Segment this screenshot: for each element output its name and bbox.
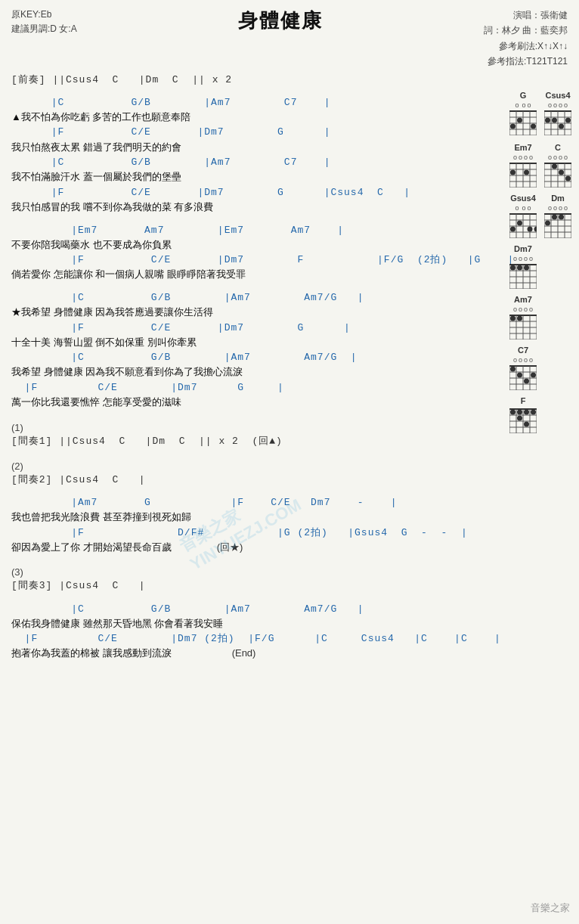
svg-point-114: [510, 367, 516, 372]
chord-row-1: G o o o: [509, 91, 571, 137]
svg-point-89: [510, 265, 516, 271]
prelude-line: [前奏] ||Csus4 C |Dm C || x 2: [11, 73, 447, 87]
chord-em7: Em7 o o o o: [509, 143, 537, 188]
svg-point-24: [552, 118, 557, 123]
svg-point-130: [517, 410, 522, 415]
svg-point-134: [524, 422, 529, 427]
chord-g: G o o o: [509, 91, 537, 137]
verse3-section: |Am7 G |F C/E Dm7 - | 我也曾把我光陰浪費 甚至莽撞到視死如…: [11, 496, 447, 554]
svg-point-49: [552, 164, 557, 169]
svg-point-129: [510, 410, 516, 415]
svg-point-65: [534, 227, 537, 232]
chord-row-6: C7 o o o o: [509, 346, 571, 390]
v4-chord1: |C G/B |Am7 Am7/G |: [11, 603, 447, 616]
page: 原KEY:Eb 建議男調:D 女:A 身體健康 演唱：張衛健 詞：林夕 曲：藍奕…: [0, 0, 579, 924]
v3-chord2: |F D/F# |G (2拍) |Gsus4 G - - |: [11, 526, 447, 540]
svg-point-11: [517, 118, 522, 123]
interlude3-section: [間奏3] |Csus4 C |: [11, 579, 447, 593]
header-center: 身體健康: [77, 8, 484, 34]
chord-dm: Dm o o o o: [544, 194, 571, 238]
chord-row-5: Am7 o o o o: [509, 295, 571, 340]
header: 原KEY:Eb 建議男調:D 女:A 身體健康 演唱：張衛健 詞：林夕 曲：藍奕…: [11, 8, 568, 70]
chorus-section: |C G/B |Am7 Am7/G | ★我希望 身體健康 因為我答應過要讓你生…: [11, 291, 447, 410]
chord-csus4: Csus4 o o o o: [544, 91, 571, 137]
interlude2-line: [間奏2] |Csus4 C |: [11, 473, 447, 487]
ch-chord2: |F C/E |Dm7 G |: [11, 321, 447, 335]
ch-lyric1: ★我希望 身體健康 因為我答應過要讓你生活得: [11, 305, 447, 320]
v3-lyric1: 我也曾把我光陰浪費 甚至莽撞到視死如歸: [11, 510, 447, 525]
svg-point-132: [531, 410, 536, 415]
v1-lyric2: 我只怕熬夜太累 錯過了我們明天的約會: [11, 140, 447, 155]
bottom-logo: 音樂之家: [531, 901, 570, 915]
v3-chord1: |Am7 G |F C/E Dm7 - |: [11, 496, 447, 510]
chord-row-3: Gsus4 o o o: [509, 194, 571, 238]
chord-c7: C7 o o o o: [509, 346, 537, 390]
v1-lyric1: ▲我不怕為你吃虧 多苦的工作也願意奉陪: [11, 110, 447, 125]
chord-c: C o o o o: [544, 143, 571, 188]
svg-point-77: [559, 215, 564, 220]
ch-lyric2: 十全十美 海誓山盟 倒不如保重 別叫你牽累: [11, 335, 447, 350]
song-title: 身體健康: [77, 8, 484, 34]
header-right: 演唱：張衛健 詞：林夕 曲：藍奕邦 參考刷法:X↑↓X↑↓ 參考指法:T121T…: [484, 8, 568, 70]
v4-chord2: |F C/E |Dm7 (2拍) |F/G |C Csus4 |C |C |: [11, 632, 447, 646]
interlude1-line: [間奏1] ||Csus4 C |Dm C || x 2 (回▲): [11, 435, 447, 448]
verse2-section: |Em7 Am7 |Em7 Am7 | 不要你陪我喝藥水 也不要成為你負累 |F…: [11, 224, 447, 282]
svg-point-103: [517, 316, 522, 321]
svg-point-25: [559, 124, 564, 129]
ch-chord3: |C G/B |Am7 Am7/G |: [11, 351, 447, 364]
v1-lyric3: 我不怕滿臉汗水 蓋一個屬於我們的堡壘: [11, 169, 447, 184]
svg-point-51: [565, 176, 571, 181]
v3-lyric2: 卻因為愛上了你 才開始渴望長命百歲(回★): [11, 540, 447, 555]
paren3: (3): [11, 566, 447, 578]
key-original: 原KEY:Eb: [11, 8, 77, 22]
v2-chord2: |F C/E |Dm7 F |F/G (2拍) |G |: [11, 253, 447, 267]
svg-point-23: [545, 118, 550, 123]
chord-f: F: [509, 396, 537, 433]
prelude-section: [前奏] ||Csus4 C |Dm C || x 2: [11, 73, 447, 87]
svg-point-62: [510, 227, 516, 232]
svg-point-131: [524, 410, 529, 415]
ch-chord1: |C G/B |Am7 Am7/G |: [11, 291, 447, 305]
performer: 演唱：張衛健: [484, 8, 568, 23]
svg-point-37: [510, 170, 516, 175]
main-content: [前奏] ||Csus4 C |Dm C || x 2 |C G/B |Am7 …: [11, 73, 568, 661]
v4-lyric2: 抱著你為我蓋的棉被 讓我感動到流淚(End): [11, 646, 447, 661]
svg-point-12: [531, 124, 536, 129]
strum-pattern: 參考刷法:X↑↓X↑↓: [484, 39, 568, 54]
svg-point-38: [524, 170, 529, 175]
chord-row-7: F: [509, 396, 571, 433]
svg-point-63: [517, 221, 522, 226]
svg-point-133: [517, 416, 522, 421]
lyrics-composer: 詞：林夕 曲：藍奕邦: [484, 23, 568, 38]
chord-gsus4: Gsus4 o o o: [509, 194, 537, 238]
v2-lyric1: 不要你陪我喝藥水 也不要成為你負累: [11, 237, 447, 253]
paren1: (1): [11, 422, 447, 433]
svg-point-102: [510, 316, 516, 321]
svg-point-91: [524, 265, 529, 271]
v2-chord1: |Em7 Am7 |Em7 Am7 |: [11, 224, 447, 237]
svg-point-78: [545, 221, 550, 226]
chord-dm7: Dm7 o o o o: [509, 244, 537, 289]
svg-point-116: [524, 379, 529, 384]
v1-chord3: |C G/B |Am7 C7 |: [11, 156, 447, 169]
chord-am7: Am7 o o o o: [509, 295, 537, 340]
verse1-section: |C G/B |Am7 C7 | ▲我不怕為你吃虧 多苦的工作也願意奉陪 |F …: [11, 96, 447, 215]
v2-lyric2: 倘若愛你 怎能讓你 和一個病人親嘴 眼睜睜陪著我受罪: [11, 267, 447, 282]
svg-point-115: [517, 373, 522, 378]
verse4-section: |C G/B |Am7 Am7/G | 保佑我身體健康 雖然那天昏地黑 你會看著…: [11, 603, 447, 661]
interlude2-section: [間奏2] |Csus4 C |: [11, 473, 447, 487]
v1-chord2: |F C/E |Dm7 G |: [11, 126, 447, 139]
ch-lyric3: 我希望 身體健康 因為我不願意看到你為了我擔心流淚: [11, 364, 447, 380]
interlude3-line: [間奏3] |Csus4 C |: [11, 579, 447, 593]
header-left: 原KEY:Eb 建議男調:D 女:A: [11, 8, 77, 36]
v1-lyric4: 我只怕感冒的我 嚐不到你為我做的菜 有多浪費: [11, 200, 447, 215]
ch-lyric4: 萬一你比我還要憔悴 怎能享受愛的滋味: [11, 395, 447, 410]
interlude1-section: [間奏1] ||Csus4 C |Dm C || x 2 (回▲): [11, 435, 447, 448]
v1-chord1: |C G/B |Am7 C7 |: [11, 96, 447, 110]
chord-diagrams: G o o o: [509, 91, 571, 433]
svg-point-90: [517, 265, 522, 271]
svg-point-117: [531, 373, 536, 378]
key-suggestion: 建議男調:D 女:A: [11, 22, 77, 36]
v1-chord4: |F C/E |Dm7 G |Csus4 C |: [11, 186, 447, 200]
paren2: (2): [11, 460, 447, 472]
